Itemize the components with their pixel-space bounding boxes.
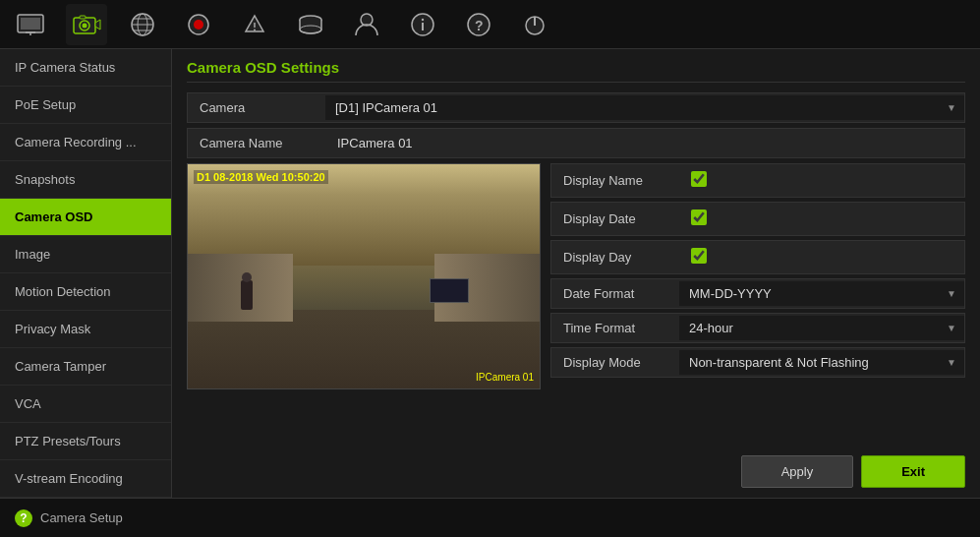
sidebar-item-camera-osd[interactable]: Camera OSD <box>0 199 171 236</box>
camera-select-wrapper[interactable]: [D1] IPCamera 01 [D2] IPCamera 02 [D3] I… <box>325 95 964 120</box>
sidebar-item-camera-recording[interactable]: Camera Recording ... <box>0 124 171 161</box>
info-icon[interactable] <box>402 4 443 45</box>
svg-point-22 <box>422 18 424 20</box>
camera-overlay-text: D1 08-2018 Wed 10:50:20 <box>194 170 328 184</box>
svg-rect-1 <box>21 18 40 30</box>
cam-monitor <box>430 278 469 303</box>
camera-name-label: Camera Name <box>188 129 325 157</box>
camera-name-value: IPCamera 01 <box>325 129 964 157</box>
camera-label: Camera <box>188 93 325 122</box>
sidebar-item-motion-detection[interactable]: Motion Detection <box>0 273 171 311</box>
live-view-icon[interactable] <box>10 4 51 45</box>
display-day-checkbox[interactable] <box>691 248 707 264</box>
display-mode-label: Display Mode <box>551 348 679 377</box>
svg-point-16 <box>254 29 256 30</box>
display-mode-select-wrapper[interactable]: Non-transparent & Not Flashing Transpare… <box>679 350 964 375</box>
page-title: Camera OSD Settings <box>187 59 965 83</box>
middle-section: D1 08-2018 Wed 10:50:20 IPCamera 01 Disp… <box>187 163 965 389</box>
display-name-label: Display Name <box>551 166 679 195</box>
svg-point-19 <box>361 14 373 26</box>
display-mode-row: Display Mode Non-transparent & Not Flash… <box>550 347 965 378</box>
top-nav: ? <box>0 0 980 49</box>
time-format-row: Time Format 24-hour 12-hour ▼ <box>550 313 965 343</box>
display-date-checkbox[interactable] <box>691 209 707 225</box>
time-format-select-wrapper[interactable]: 24-hour 12-hour ▼ <box>679 316 964 340</box>
display-date-label: Display Date <box>551 205 679 233</box>
sidebar-item-vstream-encoding[interactable]: V-stream Encoding <box>0 460 171 498</box>
display-date-row: Display Date <box>550 202 965 236</box>
date-format-select-wrapper[interactable]: MM-DD-YYYY DD-MM-YYYY YYYY-MM-DD ▼ <box>679 281 964 306</box>
sidebar-item-privacy-mask[interactable]: Privacy Mask <box>0 311 171 348</box>
user-icon[interactable] <box>346 4 387 45</box>
svg-rect-7 <box>80 16 86 19</box>
svg-point-6 <box>83 23 87 28</box>
display-name-checkbox[interactable] <box>691 171 707 187</box>
svg-text:?: ? <box>475 18 484 33</box>
camera-background <box>188 164 540 388</box>
date-format-select[interactable]: MM-DD-YYYY DD-MM-YYYY YYYY-MM-DD <box>679 281 964 306</box>
sidebar-item-snapshots[interactable]: Snapshots <box>0 161 171 199</box>
time-format-label: Time Format <box>551 314 679 342</box>
sidebar-item-vca[interactable]: VCA <box>0 386 171 423</box>
apply-button[interactable]: Apply <box>741 455 854 488</box>
display-day-row: Display Day <box>550 240 965 274</box>
exit-button[interactable]: Exit <box>861 455 965 488</box>
sidebar-item-poe-setup[interactable]: PoE Setup <box>0 87 171 124</box>
camera-row: Camera [D1] IPCamera 01 [D2] IPCamera 02… <box>187 92 965 123</box>
display-day-value[interactable] <box>679 241 964 273</box>
disk-icon[interactable] <box>290 4 331 45</box>
sidebar-item-camera-tamper[interactable]: Camera Tamper <box>0 348 171 386</box>
power-icon[interactable] <box>514 4 555 45</box>
sidebar: IP Camera Status PoE Setup Camera Record… <box>0 49 172 537</box>
display-mode-select[interactable]: Non-transparent & Not Flashing Transpare… <box>679 350 964 375</box>
sidebar-item-image[interactable]: Image <box>0 236 171 273</box>
help-icon[interactable]: ? <box>458 4 499 45</box>
camera-name-row: Camera Name IPCamera 01 <box>187 128 965 158</box>
date-format-label: Date Format <box>551 279 679 308</box>
bottom-bar: ? Camera Setup <box>0 498 980 537</box>
display-day-label: Display Day <box>551 243 679 271</box>
network-icon[interactable] <box>122 4 163 45</box>
display-name-row: Display Name <box>550 163 965 198</box>
time-format-select[interactable]: 24-hour 12-hour <box>679 316 964 340</box>
camera-preview: D1 08-2018 Wed 10:50:20 IPCamera 01 <box>187 163 541 389</box>
action-buttons: Apply Exit <box>741 455 965 488</box>
date-format-row: Date Format MM-DD-YYYY DD-MM-YYYY YYYY-M… <box>550 278 965 309</box>
main-container: IP Camera Status PoE Setup Camera Record… <box>0 49 980 537</box>
alarm-icon[interactable] <box>234 4 275 45</box>
camera-select[interactable]: [D1] IPCamera 01 [D2] IPCamera 02 [D3] I… <box>325 95 964 120</box>
sidebar-item-ptz-presets[interactable]: PTZ Presets/Tours <box>0 423 171 460</box>
display-name-value[interactable] <box>679 164 964 197</box>
status-icon: ? <box>15 509 32 527</box>
camera-watermark: IPCamera 01 <box>476 372 534 383</box>
record-icon[interactable] <box>178 4 219 45</box>
content-area: Camera OSD Settings Camera [D1] IPCamera… <box>172 49 980 537</box>
camera-icon[interactable] <box>66 4 107 45</box>
display-date-value[interactable] <box>679 203 964 235</box>
osd-settings: Display Name Display Date Display Day <box>550 163 965 389</box>
status-text: Camera Setup <box>40 510 123 525</box>
cam-person <box>241 280 253 310</box>
sidebar-item-ip-camera-status[interactable]: IP Camera Status <box>0 49 171 87</box>
svg-point-14 <box>194 20 203 30</box>
